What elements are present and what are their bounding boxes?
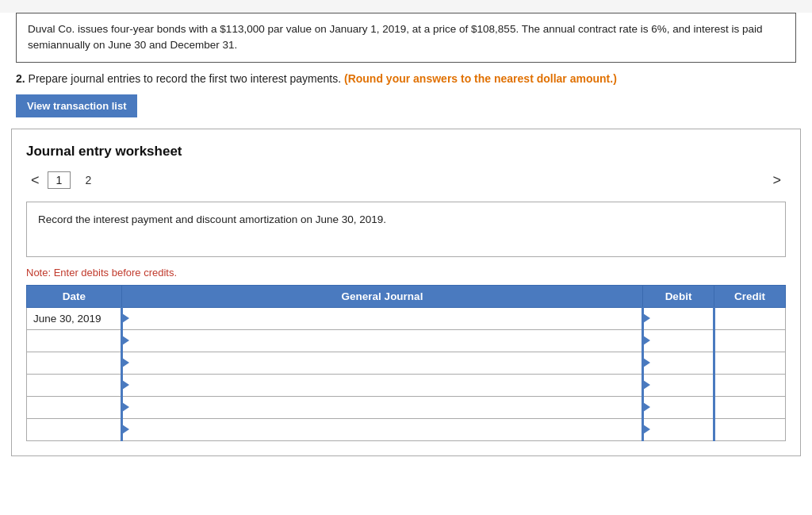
triangle-debit-icon-0 [643,313,650,323]
header-debit: Debit [643,285,714,307]
question-number: 2. [16,72,25,85]
table-row-date-5[interactable] [27,418,122,440]
triangle-debit-icon-4 [643,402,650,412]
table-row-credit-0[interactable] [714,307,786,329]
pagination-page-1[interactable]: 1 [48,171,71,189]
instruction-text: Record the interest payment and discount… [38,213,386,225]
header-credit: Credit [714,285,786,307]
view-transaction-button[interactable]: View transaction list [16,94,137,117]
table-row-gj-1[interactable] [122,329,643,352]
table-row-debit-5[interactable] [643,418,714,440]
table-row-date-0[interactable]: June 30, 2019 [27,307,122,329]
problem-box: Duval Co. issues four-year bonds with a … [16,13,796,63]
triangle-icon-2 [122,358,129,367]
triangle-debit-icon-5 [643,425,650,434]
table-row-credit-4[interactable] [714,396,786,418]
table-row-gj-3[interactable] [122,374,643,396]
triangle-debit-icon-1 [643,336,650,345]
pagination-left-arrow[interactable]: < [26,171,44,190]
triangle-icon-1 [122,336,129,345]
header-general-journal: General Journal [122,285,643,307]
table-row-date-4[interactable] [27,396,122,418]
question-label: 2. Prepare journal entries to record the… [16,72,796,85]
instruction-box: Record the interest payment and discount… [26,202,786,257]
triangle-debit-icon-2 [643,358,650,367]
question-text: Prepare journal entries to record the fi… [29,72,342,85]
table-row-debit-2[interactable] [643,352,714,374]
triangle-icon-3 [122,380,129,390]
pagination-row: < 1 2 > [26,171,786,190]
table-row-debit-1[interactable] [643,329,714,352]
pagination-page-2[interactable]: 2 [77,172,99,188]
triangle-icon-5 [122,425,129,434]
table-row-debit-4[interactable] [643,396,714,418]
table-row-gj-0[interactable] [122,307,643,329]
table-row-debit-3[interactable] [643,374,714,396]
table-row-credit-2[interactable] [714,352,786,374]
note-text: Note: Enter debits before credits. [26,267,786,279]
triangle-icon-4 [122,402,129,412]
table-row-credit-5[interactable] [714,418,786,440]
worksheet-title: Journal entry worksheet [26,144,786,159]
table-row-gj-5[interactable] [122,418,643,440]
journal-table: Date General Journal Debit Credit June 3… [26,285,786,441]
table-row-gj-4[interactable] [122,396,643,418]
triangle-debit-icon-3 [643,380,650,390]
triangle-icon-0 [122,313,129,323]
table-row-gj-2[interactable] [122,352,643,374]
table-row-date-3[interactable] [27,374,122,396]
journal-worksheet-container: Journal entry worksheet < 1 2 > Record t… [11,129,801,456]
pagination-right-arrow[interactable]: > [768,171,786,190]
table-row-credit-1[interactable] [714,329,786,352]
table-row-credit-3[interactable] [714,374,786,396]
table-row-date-2[interactable] [27,352,122,374]
header-date: Date [27,285,122,307]
question-instruction: (Round your answers to the nearest dolla… [344,72,617,85]
table-row-debit-0[interactable] [643,307,714,329]
table-row-date-1[interactable] [27,329,122,352]
problem-text: Duval Co. issues four-year bonds with a … [28,23,763,51]
